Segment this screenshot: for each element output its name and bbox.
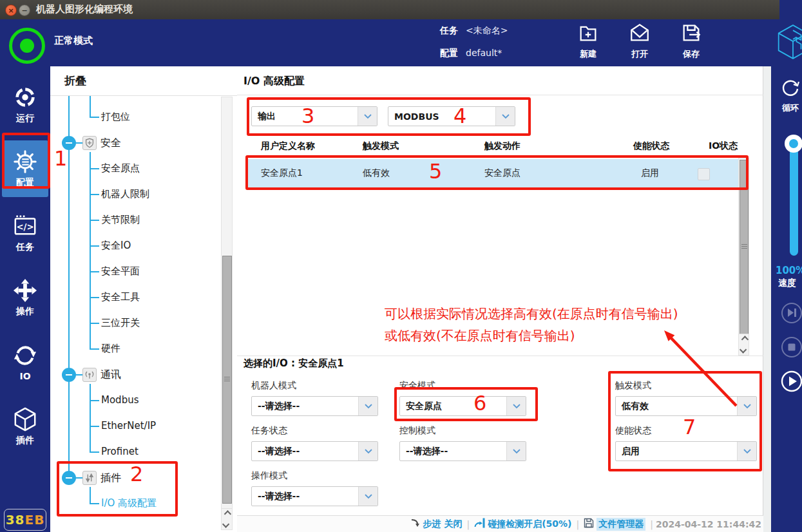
sidebar-item-label: 任务 <box>16 242 34 253</box>
collapse-toggle-icon[interactable] <box>62 471 76 485</box>
io-direction-value: 输出 <box>252 111 358 122</box>
io-state-checkbox[interactable] <box>698 168 710 180</box>
collapse-toggle-icon[interactable] <box>62 136 76 150</box>
enable-state-select[interactable]: 启用 <box>615 441 757 461</box>
speed-slider-handle[interactable] <box>785 135 802 153</box>
scroll-down-icon[interactable] <box>739 345 749 355</box>
tree-connector <box>90 348 99 350</box>
task-value: <未命名> <box>466 25 508 35</box>
antenna-icon <box>82 368 97 382</box>
tree-branch-line <box>90 152 91 349</box>
close-icon[interactable]: × <box>5 5 17 16</box>
table-scrollbar[interactable] <box>738 158 749 356</box>
config-icon <box>13 149 37 175</box>
operate-mode-select[interactable]: --请选择-- <box>251 486 378 506</box>
safety-mode-label: 安全模式 <box>399 380 435 392</box>
sidebar-item-box: 配置 <box>2 140 48 197</box>
tree-item[interactable]: 安全IO <box>101 240 131 252</box>
window-title: 机器人图形化编程环境 <box>36 3 133 15</box>
io-icon <box>13 343 37 369</box>
chevron-down-icon <box>358 397 377 415</box>
separator: | <box>650 519 653 529</box>
tree-connector <box>90 168 99 169</box>
safety-mode-select[interactable]: 安全原点 <box>399 396 526 416</box>
loop-mode-button[interactable]: 循环 <box>779 77 802 114</box>
play-button[interactable] <box>781 370 802 392</box>
trigger-mode-select[interactable]: 低有效 <box>615 396 757 416</box>
chevron-down-icon <box>506 397 526 415</box>
collapse-label: 折叠 <box>64 73 86 88</box>
sidebar-item-label: 插件 <box>16 435 34 446</box>
chevron-down-icon <box>358 107 377 126</box>
scroll-up-icon[interactable] <box>739 334 749 345</box>
tree-branch-line <box>90 95 91 117</box>
sidebar-item-run[interactable]: 运行 <box>0 72 50 137</box>
robot-mode-select[interactable]: --请选择-- <box>251 396 378 416</box>
io-direction-select[interactable]: 输出 <box>251 106 377 126</box>
tree-connector <box>90 323 99 324</box>
column-header: 用户定义名称 <box>261 140 315 152</box>
sidebar-item-box: 操作 <box>2 269 48 326</box>
new-icon <box>577 22 599 46</box>
chevron-down-icon <box>495 107 515 126</box>
bus-select[interactable]: MODBUS <box>388 106 515 126</box>
status-bar: 步进 关闭 | 碰撞检测开启(50%) | 文件管理器 | 2024-04-12… <box>237 515 763 532</box>
divider <box>237 356 763 356</box>
tree-item[interactable]: EtherNet/IP <box>101 420 156 432</box>
tree-item[interactable]: 打包位 <box>101 111 130 123</box>
scroll-down-icon[interactable] <box>222 519 232 529</box>
column-header: 触发模式 <box>363 140 399 152</box>
sidebar-item-plugin[interactable]: 插件 <box>0 394 50 459</box>
sidebar-item-config[interactable]: 配置 <box>0 137 50 201</box>
open-button[interactable]: 打开 <box>619 22 660 64</box>
tree-item[interactable]: Modbus <box>101 394 138 406</box>
tree-item[interactable]: 安全 <box>100 137 121 150</box>
selected-io-label: 选择的I/O : 安全原点1 <box>243 357 344 370</box>
tree-item[interactable]: 安全原点 <box>101 162 140 175</box>
table-row[interactable]: 安全原点1 低有效 安全原点 启用 <box>247 159 738 188</box>
task-name: 任务<未命名> <box>440 25 508 37</box>
collision-status[interactable]: 碰撞检测开启(50%) <box>474 518 571 530</box>
sidebar-item-box: 运行 <box>2 76 48 133</box>
plugin-icon <box>13 407 37 433</box>
tree-item[interactable]: 机器人限制 <box>101 188 149 200</box>
loop-label: 循环 <box>782 102 799 114</box>
sidebar-item-operate[interactable]: 操作 <box>0 265 50 330</box>
save-button[interactable]: 保存 <box>671 22 712 64</box>
control-mode-select[interactable]: --请选择-- <box>399 441 526 461</box>
speed-slider-track[interactable] <box>790 138 798 256</box>
collapse-toggle-icon[interactable] <box>62 368 76 382</box>
scroll-up-icon[interactable] <box>222 508 232 519</box>
app-logo-icon <box>777 21 802 65</box>
clock: 2024-04-12 11:44:42 <box>656 519 761 529</box>
sidebar-item-io[interactable]: IO <box>0 330 50 394</box>
minimize-icon[interactable]: − <box>19 5 30 16</box>
tree-item[interactable]: 插件 <box>100 471 121 485</box>
new-button[interactable]: 新建 <box>568 22 609 64</box>
speed-label: 速度 <box>778 278 796 289</box>
task-state-select[interactable]: --请选择-- <box>251 441 378 461</box>
tree-body: 传送带跟踪打包位安全安全原点机器人限制关节限制安全IO安全平面安全工具三位开关硬… <box>50 95 220 532</box>
tree-scrollbar[interactable] <box>221 97 233 530</box>
tree-item[interactable]: 通讯 <box>100 368 121 382</box>
tree-item[interactable]: 三位开关 <box>101 317 140 329</box>
skip-button[interactable] <box>781 302 802 324</box>
sidebar-item-task[interactable]: </>任务 <box>0 201 50 265</box>
tree-item[interactable]: 关节限制 <box>101 214 140 226</box>
config-name: 配置default* <box>440 48 502 59</box>
step-status[interactable]: 步进 关闭 <box>411 518 463 530</box>
stop-button[interactable] <box>781 336 802 358</box>
tree-item[interactable]: I/O 高级配置 <box>101 497 157 509</box>
tree-item[interactable]: 安全平面 <box>101 265 140 278</box>
tree-item[interactable]: Profinet <box>101 446 138 457</box>
trigger-mode-label: 触发模式 <box>615 380 651 392</box>
device-badge: 38EB <box>4 509 46 531</box>
scrollbar-thumb[interactable] <box>222 256 232 504</box>
file-manager-button[interactable]: 文件管理器 <box>584 518 645 531</box>
tree-item[interactable]: 硬件 <box>101 343 120 355</box>
collapse-header[interactable]: 折叠 <box>50 66 237 96</box>
task-label: 任务 <box>440 25 458 35</box>
scrollbar-thumb[interactable] <box>740 160 749 334</box>
tree-item[interactable]: 安全工具 <box>101 291 140 303</box>
chevron-down-icon <box>737 397 756 415</box>
